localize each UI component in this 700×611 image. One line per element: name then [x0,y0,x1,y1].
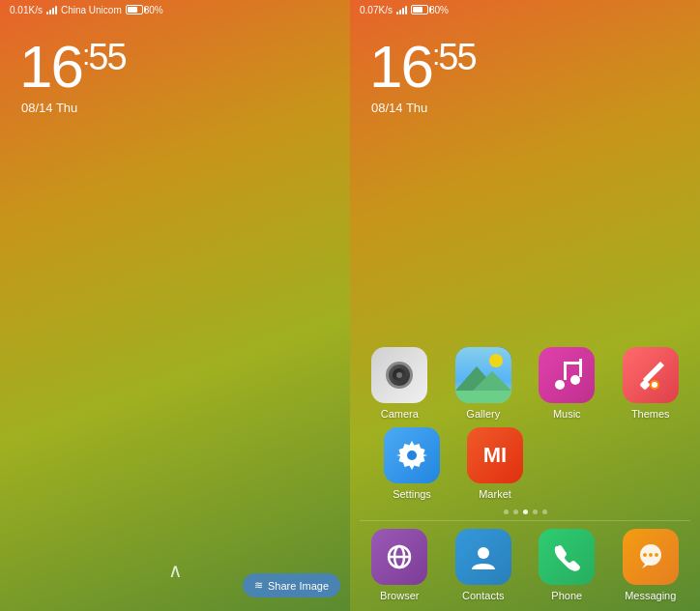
signal-bar-4 [55,6,57,15]
gallery-svg [455,347,511,403]
svg-point-23 [649,553,653,557]
svg-point-12 [652,382,657,388]
app-messaging[interactable]: Messaging [616,529,685,601]
right-phone: 0.07K/s 80% 16 : 55 08/14 Thu [350,0,700,611]
signal-bar-2 [399,10,401,15]
left-date: 08/14 Thu [19,101,331,115]
svg-point-14 [407,451,417,460]
svg-point-24 [655,553,658,557]
svg-rect-4 [455,391,511,403]
settings-icon [384,427,440,483]
signal-bar-4 [405,6,407,15]
app-row-2: Settings MI Market [350,423,700,504]
gallery-label: Gallery [466,408,500,420]
right-battery: 80% [411,5,449,15]
right-clock-area: 16 : 55 08/14 Thu [350,19,700,115]
app-phone[interactable]: Phone [532,529,601,601]
left-status-bar: 0.01K/s China Unicom 80% [0,0,350,19]
left-battery-pct: 80% [144,5,163,15]
right-battery-pct: 80% [429,5,449,15]
left-clock-area: 16 : 55 08/14 Thu [0,19,350,115]
right-battery-fill [413,7,423,13]
app-camera[interactable]: Camera [365,347,434,420]
camera-icon [371,347,427,403]
share-button[interactable]: ≋ Share Image [243,573,340,597]
share-icon: ≋ [254,579,263,592]
right-date: 08/14 Thu [369,101,681,115]
browser-svg [383,540,416,573]
camera-label: Camera [381,408,419,420]
messaging-label: Messaging [625,590,676,601]
dot-5 [542,509,547,514]
swipe-up-indicator[interactable]: ∧ [168,559,183,582]
dot-3 [523,509,528,514]
right-minutes: 55 [438,39,475,75]
app-contacts[interactable]: Contacts [449,529,518,601]
dock-row: Browser Contacts Phone [350,521,700,611]
svg-point-6 [570,375,580,385]
settings-svg [395,439,428,472]
left-status-left: 0.01K/s China Unicom 80% [10,5,163,15]
phone-svg [550,540,583,573]
themes-label: Themes [631,408,670,420]
left-battery-fill [128,7,137,13]
dot-1 [504,509,509,514]
left-carrier: China Unicom [61,5,122,15]
app-market[interactable]: MI Market [460,427,530,500]
app-row-1: Camera [350,343,700,423]
app-gallery[interactable]: Gallery [449,347,518,420]
right-clock-time: 16 : 55 [369,37,681,97]
music-svg [549,358,584,393]
svg-rect-8 [579,359,582,377]
gallery-icon [455,347,511,403]
phone-icon [539,529,595,585]
music-label: Music [553,408,581,420]
phone-label: Phone [551,590,582,601]
left-clock-time: 16 : 55 [19,37,331,97]
messaging-svg [634,540,667,573]
svg-rect-9 [564,362,582,364]
left-battery: 80% [126,5,163,15]
themes-icon [623,347,679,403]
page-dots [350,504,700,520]
left-signal [46,5,57,15]
app-settings[interactable]: Settings [377,427,447,500]
signal-bar-3 [52,8,54,15]
contacts-icon [455,529,511,585]
right-status-bar: 0.07K/s 80% [350,0,700,19]
market-label: Market [479,488,511,500]
signal-bar-1 [396,12,398,15]
right-signal [396,5,407,15]
svg-point-5 [555,380,565,390]
camera-lens [386,362,413,389]
share-label: Share Image [268,580,329,592]
left-battery-icon [126,5,143,15]
settings-label: Settings [393,488,431,500]
app-browser[interactable]: Browser [365,529,434,601]
contacts-label: Contacts [462,590,504,601]
svg-point-22 [643,553,647,557]
themes-svg [633,358,668,393]
signal-bar-2 [49,10,51,15]
signal-bar-1 [46,12,48,15]
app-themes[interactable]: Themes [616,347,685,420]
swipe-icon: ∧ [168,560,183,581]
contacts-svg [467,540,500,573]
music-icon [539,347,595,403]
dot-4 [533,509,538,514]
messaging-icon [623,529,679,585]
left-speed: 0.01K/s [10,5,43,15]
market-svg: MI [479,439,511,472]
svg-point-19 [478,547,489,559]
svg-point-1 [489,354,503,367]
svg-text:MI: MI [483,443,507,467]
dot-2 [513,509,518,514]
left-phone: 0.01K/s China Unicom 80% 16 : 55 08/14 T… [0,0,350,611]
left-hours: 16 [19,37,82,97]
right-hours: 16 [369,37,432,97]
right-status-left: 0.07K/s 80% [360,5,449,15]
signal-bar-3 [402,8,404,15]
app-music[interactable]: Music [532,347,601,420]
browser-label: Browser [380,590,419,601]
right-battery-icon [411,5,428,15]
